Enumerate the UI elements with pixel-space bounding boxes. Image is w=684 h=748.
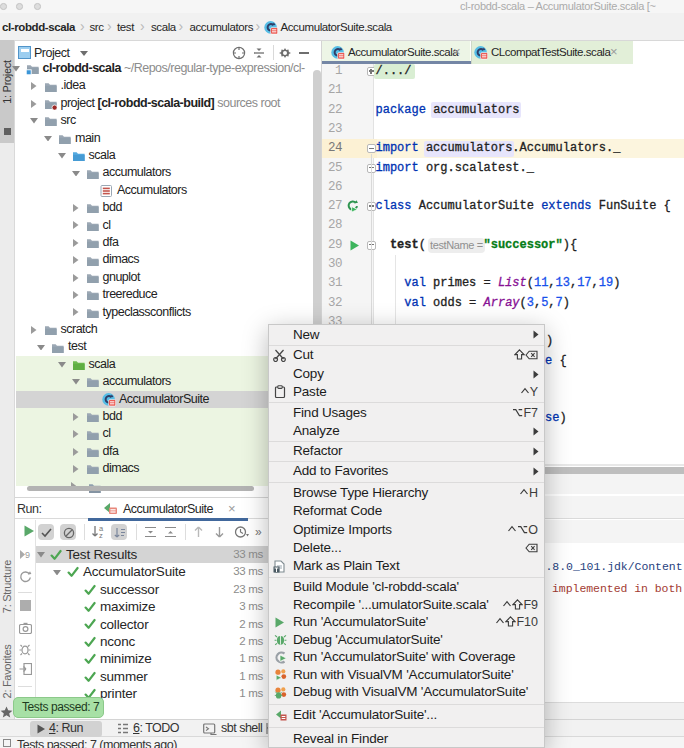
svg-text:9: 9 xyxy=(25,550,30,560)
svg-text:z: z xyxy=(99,531,103,539)
